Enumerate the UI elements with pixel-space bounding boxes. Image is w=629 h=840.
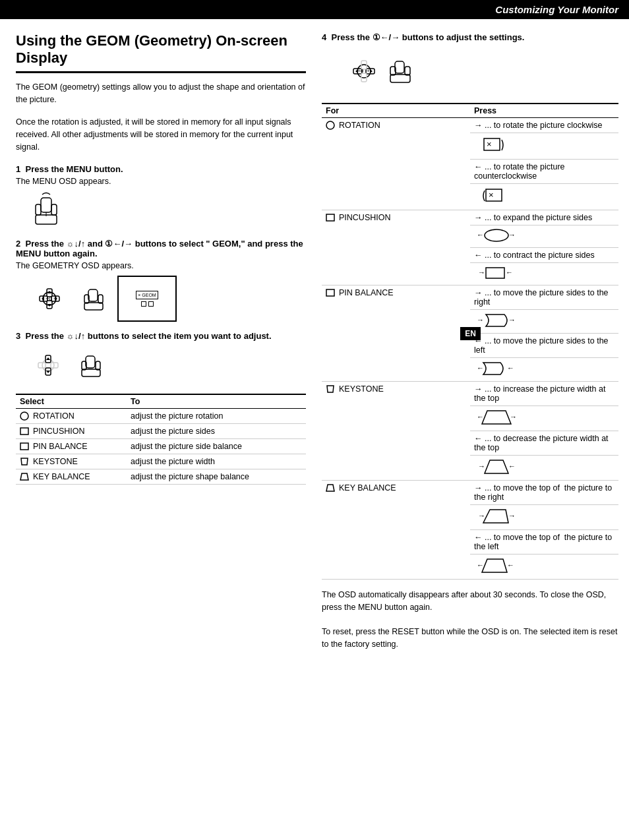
rotation-icon: [20, 411, 29, 421]
svg-rect-2: [51, 204, 57, 215]
en-badge: EN: [460, 327, 481, 340]
svg-text:←: ←: [477, 561, 484, 569]
step-3-cross-icon: [29, 346, 67, 384]
pin-balance-icon: [20, 442, 29, 450]
table-row: PINCUSHION adjust the picture sides: [16, 423, 306, 438]
press-keystone-narrow-img: → ←: [470, 456, 618, 481]
table-row: KEYSTONE adjust the picture width: [16, 454, 306, 469]
press-pin-balance-right-text: → ... to move the picture sides to the r…: [470, 285, 618, 310]
footer-paragraph-1: The OSD automatically disappears after a…: [322, 589, 618, 614]
select-pincushion: PINCUSHION: [16, 423, 127, 438]
svg-marker-26: [46, 371, 50, 373]
table-row: KEY BALANCE → ... to move the top of the…: [322, 481, 618, 505]
step-4-diagram: +0 +: [342, 49, 618, 94]
step-3: 3 Press the ☼↓/↑ buttons to select the i…: [16, 331, 306, 384]
svg-marker-75: [483, 510, 508, 523]
svg-text:→: →: [478, 512, 485, 520]
to-key-balance: adjust the picture shape balance: [127, 469, 306, 484]
select-table: Select To ROTATION adjust the picture ro…: [16, 394, 306, 485]
select-rotation: ROTATION: [16, 408, 127, 423]
page-title: Using the GEOM (Geometry) On-screen Disp…: [16, 32, 306, 73]
right-column: 4 Press the ①←/→ buttons to adjust the s…: [322, 32, 618, 651]
press-pincushion-expand-text: → ... to expand the picture sides: [470, 210, 618, 225]
press-pincushion-contract-text: ← ... to contract the picture sides: [470, 248, 618, 263]
press-pincushion-contract-img: → ←: [470, 263, 618, 285]
for-rotation-cell: ROTATION: [322, 118, 470, 210]
press-pin-balance-left-text: ← ... to move the picture sides to the l…: [470, 334, 618, 358]
svg-rect-3: [36, 215, 57, 224]
rotation-ccw-diagram: ×: [481, 187, 506, 205]
svg-marker-73: [326, 485, 334, 491]
step-2-heading: 2 Press the ☼↓/↑ and ①←/→ buttons to sel…: [16, 239, 306, 258]
page-content: Using the GEOM (Geometry) On-screen Disp…: [0, 19, 629, 664]
intro-paragraph-1: The GEOM (geometry) settings allow you t…: [16, 81, 306, 106]
step-2-subtext: The GEOMETRY OSD appears.: [16, 261, 306, 270]
svg-text:→: →: [508, 231, 516, 239]
svg-rect-32: [20, 428, 28, 435]
step-2-diagram: +0 + × GEOM: [29, 276, 306, 322]
rotation-cw-diagram: ×: [481, 136, 506, 154]
to-keystone: adjust the picture width: [127, 454, 306, 469]
svg-rect-61: [326, 289, 334, 296]
table-row: ROTATION adjust the picture rotation: [16, 408, 306, 423]
step-1: 1 Press the MENU button. The MENU OSD ap…: [16, 164, 306, 229]
svg-marker-78: [482, 559, 507, 572]
press-key-balance-right-text: → ... to move the top of the picture to …: [470, 481, 618, 505]
table-row: PINCUSHION → ... to expand the picture s…: [322, 210, 618, 225]
left-column: Using the GEOM (Geometry) On-screen Disp…: [16, 32, 306, 651]
for-keystone-cell: KEYSTONE: [322, 382, 470, 481]
step-1-hand-icon: [29, 191, 63, 229]
arrow-right-icon: →: [474, 483, 483, 493]
svg-text:←: ←: [506, 268, 513, 276]
press-keystone-wide-text: → ... to increase the picture width at t…: [470, 382, 618, 406]
press-rotation-ccw-text: ← ... to rotate the picture counterclock…: [470, 160, 618, 184]
svg-text:←: ←: [507, 561, 514, 569]
arrow-right-icon: →: [474, 288, 483, 297]
press-pin-balance-right-img: → →: [470, 310, 618, 334]
for-key-balance-label: KEY BALANCE: [339, 483, 396, 493]
svg-marker-25: [46, 357, 50, 360]
for-pincushion-cell: PINCUSHION: [322, 210, 470, 285]
for-rotation-label: ROTATION: [339, 121, 380, 130]
svg-marker-35: [20, 473, 28, 480]
svg-text:←: ←: [477, 364, 484, 372]
svg-rect-29: [96, 361, 100, 370]
press-key-balance-right-img: → →: [470, 505, 618, 530]
svg-rect-16: [88, 289, 98, 301]
press-pin-balance-left-img: ← ←: [470, 358, 618, 382]
pincushion-contract-diagram: → ←: [477, 266, 516, 280]
svg-point-49: [326, 121, 334, 129]
page-header: Customizing Your Monitor: [0, 0, 629, 19]
step-2-osd-screen: × GEOM: [117, 276, 177, 322]
for-col-header: For: [322, 104, 470, 118]
for-key-balance-icon: [326, 484, 335, 492]
press-rotation-ccw-img: ×: [470, 184, 618, 210]
arrow-right-icon: →: [474, 213, 483, 222]
svg-text:→: →: [478, 462, 485, 470]
footer-text: The OSD automatically disappears after a…: [322, 589, 618, 651]
for-pin-balance-label: PIN BALANCE: [339, 288, 394, 297]
pin-balance-right-diagram: → →: [477, 313, 516, 328]
press-pincushion-expand-img: ← →: [470, 225, 618, 248]
for-pin-balance-icon: [326, 289, 335, 297]
svg-marker-71: [485, 460, 508, 473]
keystone-icon: [20, 458, 29, 465]
svg-text:→: →: [508, 316, 516, 324]
keystone-narrow-diagram: → ←: [477, 458, 516, 475]
svg-point-56: [485, 229, 508, 241]
press-rotation-cw-text: → ... to rotate the picture clockwise: [470, 118, 618, 133]
step-4-text: Press the ①←/→ buttons to adjust the set…: [331, 32, 524, 42]
header-title: Customizing Your Monitor: [495, 4, 618, 15]
svg-text:←: ←: [477, 231, 484, 239]
svg-text:+0: +0: [45, 295, 52, 302]
table-row: ROTATION → ... to rotate the picture clo…: [322, 118, 618, 133]
svg-rect-54: [326, 214, 334, 221]
step-4-hand-icon: [386, 56, 414, 86]
key-balance-right-diagram: → →: [477, 508, 516, 525]
arrow-left-icon: ←: [474, 251, 483, 260]
svg-rect-27: [86, 356, 95, 368]
svg-point-20: [42, 359, 54, 371]
step-1-subtext: The MENU OSD appears.: [16, 177, 306, 186]
arrow-left-icon: ←: [474, 162, 483, 171]
svg-text:+: +: [367, 68, 370, 74]
